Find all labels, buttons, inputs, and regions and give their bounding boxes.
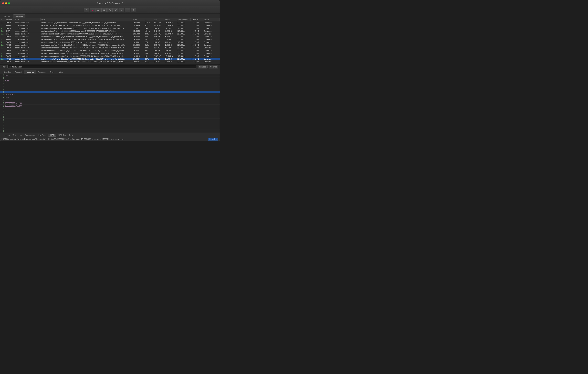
col-client-ip: Client IP bbox=[190, 18, 203, 21]
tree-row[interactable]: mention_count Integer 0 bbox=[0, 99, 220, 102]
record-button[interactable]: ● bbox=[90, 8, 95, 12]
table-row[interactable]: 200 POST codete.slack.com /api/promo.ban… bbox=[0, 27, 220, 30]
stop-icon: ■ bbox=[103, 9, 105, 11]
tab-json-text[interactable]: JSON Text bbox=[56, 134, 67, 136]
request-table-container[interactable]: C... Method Host Path Start D... Size Re… bbox=[0, 18, 220, 64]
table-row[interactable]: 200 POST codete.slack.com /api/lab.featu… bbox=[0, 41, 220, 44]
tree-table: ok Boolean true ▼ ▪ threads Object has_u… bbox=[0, 74, 220, 133]
window-title: Charles 4.2.7 – Session 1 * bbox=[97, 2, 123, 4]
traffic-lights bbox=[2, 2, 10, 4]
tree-row[interactable]: ▶ ▪ [6] Object bbox=[0, 121, 220, 124]
tab-text[interactable]: Text bbox=[11, 134, 17, 136]
checkmark-button[interactable]: ✓ bbox=[119, 8, 124, 12]
close-button[interactable] bbox=[2, 2, 4, 4]
tree-row[interactable]: ▶ ▪ [4] Object bbox=[0, 116, 220, 118]
table-row[interactable]: 200 POST codete.slack.com /api/team.what… bbox=[0, 44, 220, 46]
arrow-icon: ↗ bbox=[85, 9, 87, 11]
toolbar: ↗ ● ☁ ■ ✎ ↺ ✓ ✂ ⚙ bbox=[0, 6, 220, 14]
maximize-button[interactable] bbox=[8, 2, 10, 4]
tab-headers[interactable]: Headers bbox=[1, 134, 11, 136]
tree-row[interactable]: ▼ ▪ threads Object bbox=[0, 77, 220, 79]
tab-raw[interactable]: Raw bbox=[68, 134, 74, 136]
tree-row[interactable]: ▶ ▪ [7] Object bbox=[0, 124, 220, 127]
main-content: Structure Sequence C... Method Host Path… bbox=[0, 14, 220, 141]
tree-row[interactable]: latest String 1598355600.011200 bbox=[0, 102, 220, 105]
filter-input[interactable] bbox=[7, 65, 197, 68]
table-row[interactable]: 200 POST codete.slack.com /api/ublockwor… bbox=[0, 55, 220, 58]
tree-row[interactable]: ▶ ▪ mention_count_by_channel Object bbox=[0, 85, 220, 88]
table-row[interactable]: 200 POST codete.slack.com /api/experimen… bbox=[0, 49, 220, 52]
tree-row[interactable]: ▶ ▪ [2] Object bbox=[0, 110, 220, 113]
tab-summary[interactable]: Summary bbox=[36, 70, 48, 74]
tab-sequence[interactable]: Sequence bbox=[13, 14, 26, 18]
tree-row[interactable]: ▶ ▪ [9] Object bbox=[0, 130, 220, 132]
table-row[interactable]: 200 POST codete.slack.com /api/users.cha… bbox=[0, 60, 220, 63]
table-row[interactable]: 200 GET codete.slack.com /api/api.featur… bbox=[0, 30, 220, 32]
filter-bar: Filter: Focused Settings bbox=[0, 64, 220, 69]
tree-row[interactable]: ▶ ▪ [1] Object bbox=[0, 107, 220, 110]
tree-row[interactable]: ▼ ▪ [0] Object bbox=[0, 91, 220, 93]
tree-row[interactable]: mention_count Integer 0 bbox=[0, 82, 220, 85]
col-resp: Resp ... bbox=[164, 18, 176, 21]
arrow-tool-button[interactable]: ↗ bbox=[84, 8, 89, 12]
tree-row[interactable]: id String C02CJT0NH bbox=[0, 93, 220, 96]
tree-row[interactable]: has_unreads Boolean false bbox=[0, 96, 220, 99]
table-row[interactable]: 200 POST codete.slack.com /api/calendar.… bbox=[0, 24, 220, 27]
col-duration: D... bbox=[144, 18, 153, 21]
format-tab-bar: Headers Text Hex Compressed JavaScript J… bbox=[0, 133, 220, 137]
top-pane: Structure Sequence C... Method Host Path… bbox=[0, 14, 220, 64]
col-start: Start bbox=[132, 18, 144, 21]
cloud-icon: ☁ bbox=[97, 9, 99, 11]
col-extra: ... bbox=[216, 18, 220, 21]
record-icon: ● bbox=[92, 9, 93, 11]
tab-json[interactable]: JSON bbox=[48, 134, 56, 137]
settings-button[interactable]: Settings bbox=[209, 65, 218, 68]
filter-label: Filter: bbox=[1, 66, 6, 68]
status-url: POST https://michal-playground.slack.com… bbox=[1, 138, 207, 140]
tab-overview[interactable]: Overview bbox=[1, 70, 13, 74]
tree-row[interactable]: ▼ ▪ channels Array bbox=[0, 88, 220, 91]
tree-row[interactable]: ▶ ▪ [8] Object bbox=[0, 127, 220, 130]
pencil-button[interactable]: ✎ bbox=[107, 8, 113, 12]
pencil-icon: ✎ bbox=[109, 9, 111, 11]
table-row[interactable]: 200 POST codete.slack.com /api/client.co… bbox=[0, 58, 220, 60]
col-path: Path bbox=[40, 18, 132, 21]
stop-button[interactable]: ■ bbox=[101, 8, 107, 12]
scissors-button[interactable]: ✂ bbox=[125, 8, 130, 12]
cloud-button[interactable]: ☁ bbox=[95, 8, 101, 12]
tab-chart[interactable]: Chart bbox=[48, 70, 56, 74]
tab-javascript[interactable]: JavaScript bbox=[37, 134, 48, 136]
tab-structure[interactable]: Structure bbox=[1, 14, 13, 18]
col-size: Size bbox=[153, 18, 164, 21]
tree-container[interactable]: ok Boolean true ▼ ▪ threads Object has_u… bbox=[0, 74, 220, 133]
col-host: Host bbox=[14, 18, 40, 21]
table-row[interactable]: 200 GET codete.slack.com /api/experiment… bbox=[0, 32, 220, 35]
recording-badge: Recording bbox=[208, 138, 218, 140]
tab-response[interactable]: Response bbox=[24, 70, 36, 74]
col-client-addr: Client Address bbox=[176, 18, 190, 21]
table-row[interactable]: 200 POST codete.slack.com /api/client.bo… bbox=[0, 21, 220, 24]
tab-hex[interactable]: Hex bbox=[18, 134, 23, 136]
tree-row[interactable]: last_read String 1598355600.011200 bbox=[0, 105, 220, 107]
tab-request[interactable]: Request bbox=[13, 70, 24, 74]
refresh-icon: ↺ bbox=[115, 9, 117, 11]
gear-icon: ⚙ bbox=[133, 9, 135, 11]
bottom-pane: Filter: Focused Settings Overview Reques… bbox=[0, 64, 220, 137]
tab-notes[interactable]: Notes bbox=[56, 70, 65, 74]
tree-row[interactable]: has_unreads Boolean false bbox=[0, 79, 220, 82]
tree-row[interactable]: ok Boolean true bbox=[0, 74, 220, 77]
table-row[interactable]: 200 POST codete.slack.com /api/ublockwor… bbox=[0, 52, 220, 55]
gear-button[interactable]: ⚙ bbox=[131, 8, 136, 12]
tree-row[interactable]: ▶ ▪ [3] Object bbox=[0, 113, 220, 116]
minimize-button[interactable] bbox=[5, 2, 7, 4]
scissors-icon: ✂ bbox=[127, 9, 129, 11]
tab-compressed[interactable]: Compressed bbox=[24, 134, 36, 136]
refresh-button[interactable]: ↺ bbox=[113, 8, 118, 12]
top-tab-bar: Structure Sequence bbox=[0, 14, 220, 18]
table-row[interactable]: 200 POST codete.slack.com /api/team.info… bbox=[0, 38, 220, 41]
main-window: Charles 4.2.7 – Session 1 * ↗ ● ☁ ■ ✎ ↺ … bbox=[0, 0, 220, 141]
tree-row[interactable]: ▶ ▪ [5] Object bbox=[0, 118, 220, 121]
table-row[interactable]: 200 POST codete.slack.com /api/conversat… bbox=[0, 35, 220, 38]
table-row[interactable]: 200 POST codete.slack.com /api/apps.acti… bbox=[0, 46, 220, 49]
focused-button[interactable]: Focused bbox=[198, 65, 208, 68]
